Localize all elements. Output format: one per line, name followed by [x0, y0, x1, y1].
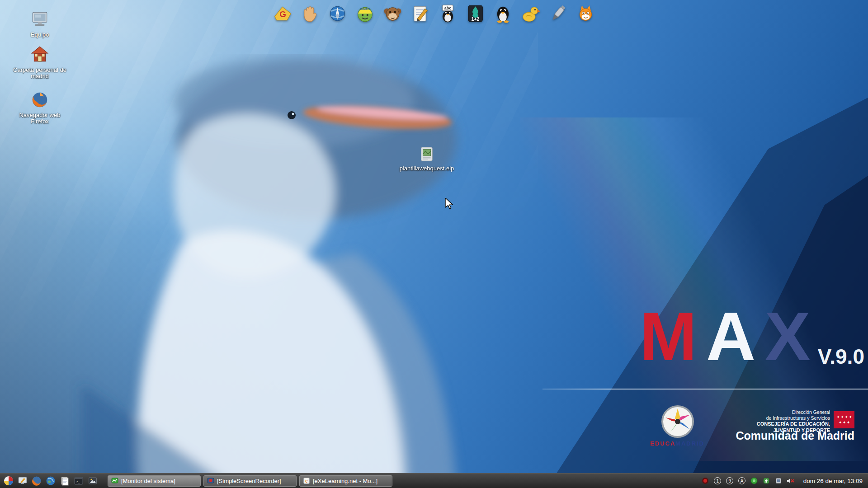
hand-icon — [301, 4, 320, 23]
notepad-pencil-icon — [411, 4, 430, 23]
svg-text:1+2: 1+2 — [472, 16, 480, 22]
globe-compass-icon — [328, 4, 347, 23]
max-letter-x: X — [764, 302, 810, 371]
tray-indicator-1-icon[interactable]: 1 — [713, 477, 722, 485]
desktop-icon-label: Carpeta personal de madrid — [12, 67, 67, 80]
dock-icon-omnitux[interactable]: OMNITUX — [355, 4, 375, 23]
desktop-icon-label: Equipo — [12, 32, 67, 38]
desktop-icon-label: Navegador web Firefox — [12, 112, 67, 125]
taskbar-window-title: [eXeLearning.net - Mo...] — [313, 478, 377, 484]
globe-launcher-icon[interactable] — [45, 475, 56, 487]
svg-text:✦: ✦ — [847, 420, 850, 425]
educamadrid-wordmark: EDUCAMADRID — [637, 440, 718, 447]
svg-text:OMNITUX: OMNITUX — [360, 8, 370, 10]
dock-icon-monkey-app[interactable] — [383, 4, 403, 23]
taskbar: >_ [Monitor del sistema] — [0, 473, 868, 488]
max-letter-a: A — [706, 302, 756, 371]
svg-text:G: G — [279, 9, 286, 19]
dock-icon-tux[interactable] — [493, 4, 513, 23]
notes-launcher-icon[interactable] — [59, 475, 70, 487]
taskbar-window-exelearning[interactable]: e [eXeLearning.net - Mo...] — [299, 475, 392, 487]
region-title: Comunidad de Madrid — [714, 429, 854, 442]
desktop-icon-home-folder[interactable]: Carpeta personal de madrid — [12, 45, 67, 80]
dock-icon-tuxmath[interactable]: 1+2 — [466, 4, 486, 23]
educamadrid-logo — [661, 405, 694, 438]
firefox-icon — [30, 90, 49, 109]
system-tray: 1 9 A dom — [701, 477, 865, 485]
system-monitor-icon — [111, 477, 118, 484]
dock-icon-globe-app[interactable] — [328, 4, 348, 23]
educamadrid-wordmark-madrid: MADRID — [675, 440, 704, 447]
svg-text:✦: ✦ — [849, 415, 852, 419]
tray-app-icon[interactable] — [774, 477, 783, 485]
educamadrid-wordmark-educa: EDUCA — [650, 440, 675, 447]
taskbar-window-monitor-del-sistema[interactable]: [Monitor del sistema] — [108, 475, 201, 487]
network-status-icon[interactable] — [750, 477, 759, 485]
monkey-icon — [383, 4, 402, 23]
tray-indicator-9-icon[interactable]: 9 — [726, 477, 734, 485]
svg-text:✦: ✦ — [839, 420, 842, 425]
dock-icon-hand-app[interactable] — [300, 4, 320, 23]
desktop-icon-firefox[interactable]: Navegador web Firefox — [12, 90, 67, 125]
madrid-flag: ✦✦✦✦ ✦✦✦ — [834, 411, 854, 428]
computer-icon — [30, 10, 49, 29]
elp-file-icon — [418, 145, 435, 163]
airbrush-icon — [549, 4, 568, 23]
terminal-launcher-icon[interactable]: >_ — [73, 475, 84, 487]
max-logo: M A X V.9.0 — [640, 302, 864, 371]
svg-text:✦: ✦ — [844, 415, 848, 419]
dock-icon-airbrush-app[interactable] — [548, 4, 568, 23]
image-viewer-launcher-icon[interactable] — [87, 475, 98, 487]
svg-text:✦: ✦ — [840, 415, 844, 419]
org-line-2: de Infraestructuras y Servicios — [745, 415, 830, 421]
taskbar-launchers: >_ — [3, 475, 105, 487]
exelearning-icon: e — [303, 477, 310, 484]
record-indicator-icon[interactable] — [701, 477, 710, 485]
taskbar-window-simplescreenrecorder[interactable]: [SimpleScreenRecorder] — [203, 475, 297, 487]
app-dock: G OMNITUX — [273, 4, 596, 23]
tuxtype-abc-icon: abc — [439, 4, 458, 23]
dock-icon-duck-app[interactable] — [521, 4, 541, 23]
dock-icon-writing-app[interactable] — [410, 4, 430, 23]
branding-divider-line — [542, 389, 868, 389]
tux-penguin-icon — [494, 4, 513, 23]
svg-text:✦: ✦ — [843, 420, 846, 425]
desktop-icon-elp-file[interactable]: plantillawebquest.elp — [399, 145, 454, 172]
updates-tray-icon[interactable] — [762, 477, 771, 485]
taskbar-window-title: [Monitor del sistema] — [121, 478, 175, 484]
max-menu-icon[interactable] — [3, 475, 14, 487]
dock-icon-tuxtype[interactable]: abc — [438, 4, 458, 23]
tray-indicator-a-icon[interactable]: A — [738, 477, 746, 485]
taskbar-clock[interactable]: dom 26 de mar, 13:09 — [803, 478, 863, 484]
firefox-launcher-icon[interactable] — [31, 475, 42, 487]
svg-text:e: e — [305, 479, 308, 483]
max-version: V.9.0 — [818, 346, 864, 371]
scratch-cat-icon — [576, 4, 595, 23]
svg-text:>_: >_ — [76, 480, 80, 483]
svg-text:abc: abc — [444, 6, 451, 10]
omnitux-icon: OMNITUX — [356, 4, 375, 23]
desktop-icon-label: plantillawebquest.elp — [399, 165, 454, 172]
max-letter-m: M — [640, 302, 697, 371]
svg-text:✦: ✦ — [836, 415, 840, 419]
wallpaper-corner-shade — [0, 0, 868, 488]
dock-icon-gcompris[interactable]: G — [273, 4, 292, 23]
desktop-icon-equipo[interactable]: Equipo — [12, 10, 67, 38]
tuxmath-icon: 1+2 — [466, 4, 485, 23]
show-desktop-icon[interactable] — [17, 475, 28, 487]
org-line-1: Dirección General — [745, 409, 830, 415]
screenrecorder-icon — [207, 477, 214, 484]
home-folder-icon — [30, 45, 49, 64]
org-line-3: CONSEJERÍA DE EDUCACIÓN, — [745, 421, 830, 427]
volume-muted-icon[interactable] — [787, 477, 795, 485]
dock-icon-scratch[interactable] — [576, 4, 596, 23]
taskbar-window-title: [SimpleScreenRecorder] — [217, 478, 281, 484]
duck-icon — [521, 4, 540, 23]
gcompris-icon: G — [273, 4, 292, 23]
desktop-screen: M A X V.9.0 EDUCAMADRID Dirección Genera… — [0, 0, 868, 488]
